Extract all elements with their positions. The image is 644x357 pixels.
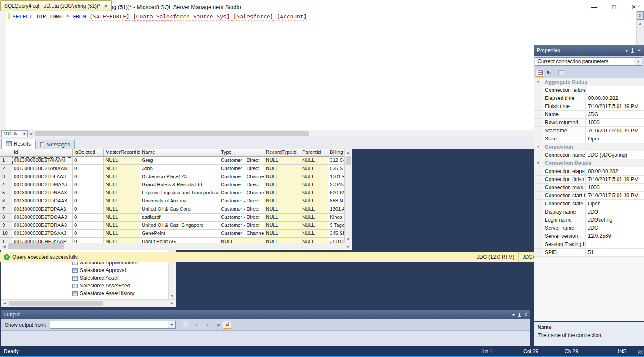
scroll-up-icon[interactable]: ▲ <box>637 20 644 27</box>
grid-cell[interactable]: Donut Point AG <box>140 238 219 243</box>
property-row[interactable]: NameJDG <box>534 111 644 119</box>
toggle-word-wrap-icon[interactable]: ⏎ <box>223 321 231 329</box>
grid-cell[interactable]: NULL <box>300 238 328 243</box>
sql-text[interactable]: SELECT TOP 1000 * FROM [SALESFORCE].[CDa… <box>12 13 307 20</box>
row-number-cell[interactable]: 6 <box>0 197 12 205</box>
results-grid[interactable]: IdIsDeletedMasterRecordIdNameTypeRecordT… <box>0 149 344 243</box>
grid-cell[interactable]: 23345 <box>328 181 344 189</box>
property-value[interactable]: JDG <box>586 111 644 118</box>
grid-cell[interactable]: NULL <box>219 238 264 243</box>
collapse-chevron-icon[interactable]: ▼ <box>534 159 543 167</box>
grid-cell[interactable]: NULL <box>104 222 140 230</box>
grid-cell[interactable]: NULL <box>264 189 300 197</box>
collapse-chevron-icon[interactable]: ▼ <box>534 143 543 151</box>
scrollbar-thumb[interactable] <box>35 131 309 136</box>
property-value[interactable]: 00:00:00.282 <box>586 94 644 102</box>
grid-cell[interactable]: NULL <box>264 173 300 181</box>
property-category-row[interactable]: ▼Aggregate Status <box>534 78 644 86</box>
row-number-cell[interactable]: 2 <box>0 165 12 173</box>
property-row[interactable]: Login nameJDG\johng <box>534 216 644 224</box>
tree-item[interactable]: Salesforce.AssetFeed <box>1 282 176 290</box>
grid-cell[interactable]: John <box>140 165 219 173</box>
grid-cell[interactable]: 9 Tago <box>328 222 344 230</box>
property-value[interactable]: 7/10/2017 5:01:19 PM <box>586 102 644 110</box>
grid-cell[interactable]: NULL <box>104 197 140 205</box>
row-number-cell[interactable]: 5 <box>0 189 12 197</box>
collapse-chevron-icon[interactable]: ▼ <box>534 78 543 86</box>
property-value[interactable]: 12.0.2569 <box>586 232 644 240</box>
grid-cell[interactable]: 0 <box>73 230 104 238</box>
properties-header[interactable]: Properties ▾ × <box>534 45 644 56</box>
property-value[interactable]: JDG <box>586 208 644 216</box>
document-tab[interactable]: SQLQuery4.sql - JD...ta (JDG\johng (51))… <box>0 0 112 11</box>
grid-cell[interactable]: 0013000000D2TDOAA3 <box>12 197 73 205</box>
row-number-cell[interactable]: 7 <box>0 205 12 214</box>
grid-cell[interactable]: NULL <box>300 222 328 230</box>
grid-cell[interactable]: GenePoint <box>140 230 219 238</box>
grid-cell[interactable]: NULL <box>104 165 140 173</box>
property-row[interactable]: Connection elapse00:00:00.282 <box>534 167 644 176</box>
grid-cell[interactable]: NULL <box>104 189 140 197</box>
tree-horizontal-scrollbar[interactable]: ◀ ▶ <box>1 299 176 307</box>
property-row[interactable]: Finish time7/10/2017 5:01:19 PM <box>534 102 644 111</box>
grid-cell[interactable]: Customer - Channel <box>219 230 264 238</box>
grid-cell[interactable]: NULL <box>300 173 328 181</box>
grid-cell[interactable]: NULL <box>300 157 328 165</box>
grid-cell[interactable]: 1301 A <box>328 205 344 214</box>
row-number-cell[interactable]: 8 <box>0 214 12 222</box>
grid-cell[interactable]: 0013000000D2TDQAA3 <box>12 214 73 222</box>
grid-cell[interactable]: NULL <box>264 165 300 173</box>
grid-cell[interactable]: United Oil & Gas Corp. <box>140 205 219 214</box>
alphabetical-icon[interactable]: A↓ <box>545 69 553 77</box>
categorized-icon[interactable] <box>536 69 544 77</box>
tab-close-icon[interactable]: ✕ <box>104 3 108 9</box>
property-value[interactable]: 1000 <box>586 119 644 126</box>
property-value[interactable]: 7/10/2017 5:01:19 PM <box>586 127 644 135</box>
grid-cell[interactable]: 0013000000D2TAIAAN <box>12 157 73 165</box>
next-message-icon[interactable]: ⇢ <box>202 321 210 329</box>
grid-cell[interactable]: NULL <box>264 230 300 238</box>
property-value[interactable]: 00:00:00.282 <box>586 167 644 175</box>
grid-cell[interactable]: 525 S. <box>328 165 344 173</box>
grid-horizontal-scrollbar[interactable]: ◀ ▶ <box>0 243 352 250</box>
property-row[interactable]: Rows returned1000 <box>534 119 644 127</box>
auto-hide-pin-icon[interactable] <box>631 48 634 53</box>
grid-cell[interactable]: 0013000000D2TDLAA3 <box>12 173 73 181</box>
column-header-recordtypeid[interactable]: RecordTypeId <box>264 149 300 157</box>
column-header-masterrecordid[interactable]: MasterRecordId <box>104 149 140 157</box>
property-row[interactable]: Server version12.0.2569 <box>534 232 644 240</box>
property-row[interactable]: StateOpen <box>534 135 644 143</box>
property-value[interactable]: JDG\johng <box>586 216 644 224</box>
grid-cell[interactable]: NULL <box>104 238 140 243</box>
grid-cell[interactable]: NULL <box>300 205 328 214</box>
auto-hide-pin-icon[interactable] <box>518 313 521 317</box>
property-category-row[interactable]: ▼Connection <box>534 143 644 151</box>
grid-cell[interactable]: NULL <box>300 165 328 173</box>
property-value[interactable]: 1000 <box>586 184 644 191</box>
grid-cell[interactable]: NULL <box>300 189 328 197</box>
property-row[interactable]: Session Tracing ID <box>534 240 644 249</box>
row-number-cell[interactable]: 9 <box>0 222 12 230</box>
grid-cell[interactable]: Customer - Direct <box>219 205 264 214</box>
row-number-cell[interactable]: 11 <box>0 238 12 243</box>
scrollbar-thumb[interactable] <box>346 156 351 165</box>
property-row[interactable]: SPID51 <box>534 249 644 257</box>
grid-cell[interactable]: NULL <box>104 230 140 238</box>
grid-cell[interactable]: NULL <box>300 197 328 205</box>
tab-results[interactable]: Results <box>1 139 35 149</box>
grid-cell[interactable]: Customer - Direct <box>219 197 264 205</box>
tree-item[interactable]: Salesforce.Approval <box>1 266 176 274</box>
grid-cell[interactable]: Dickenson Place123 <box>140 173 219 181</box>
grid-cell[interactable]: 0013000000D2TDRAA3 <box>12 222 73 230</box>
output-header[interactable]: Output ▾ × <box>1 310 530 319</box>
grid-cell[interactable]: Grand Hotels & Resorts Ltd <box>140 181 219 189</box>
grid-cell[interactable]: NULL <box>264 238 300 243</box>
zoom-level-combo[interactable]: 100 % ▾ <box>1 130 28 137</box>
editor-splitter-icon[interactable]: ⇳ <box>637 11 644 20</box>
tab-messages[interactable]: Messages <box>35 140 75 149</box>
grid-cell[interactable]: NULL <box>104 181 140 189</box>
property-value[interactable]: 7/10/2017 5:01:19 PM <box>586 176 644 183</box>
scroll-right-icon[interactable]: ▶ <box>344 243 352 250</box>
properties-object-combo[interactable]: Current connection parameters ▾ <box>535 57 642 66</box>
grid-cell[interactable]: NULL <box>104 205 140 214</box>
